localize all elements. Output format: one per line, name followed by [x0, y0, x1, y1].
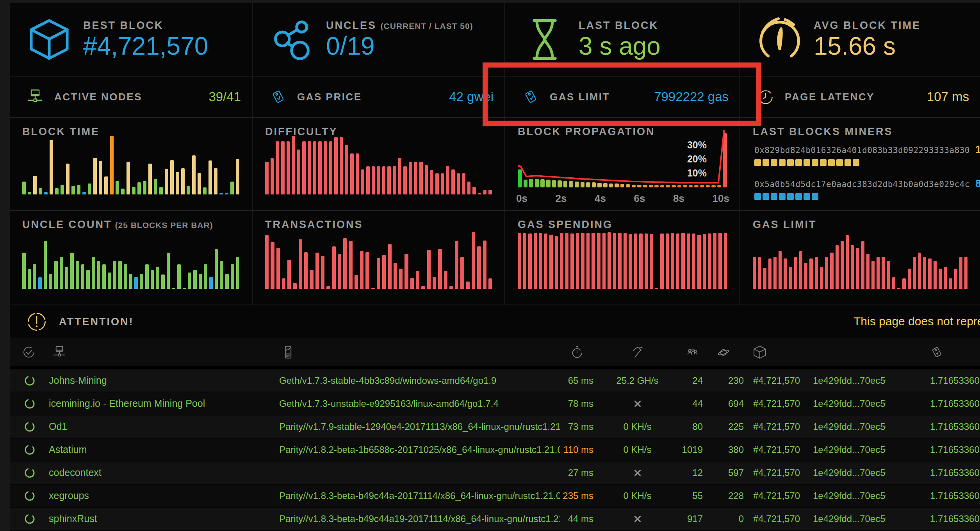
node-client: Parity//v1.8.2-beta-1b6588c-20171025/x86…	[279, 444, 560, 455]
table-row[interactable]: icemining.io - Ethereum Mining Pool Geth…	[10, 392, 980, 415]
node-last-block[interactable]: #4,721,570	[744, 490, 808, 501]
chart-bar	[609, 184, 613, 188]
chart-bar	[650, 234, 653, 289]
miner-address[interactable]: 0x829bd824b016326a401d083b33d092293333a8…	[754, 146, 970, 155]
chart-bar	[44, 192, 48, 194]
node-last-block[interactable]: #4,721,570	[744, 444, 808, 455]
miner-block-square	[828, 159, 835, 166]
chart-bar	[265, 235, 269, 289]
chart-bar	[438, 249, 442, 289]
chart-bar	[902, 278, 905, 289]
node-total-difficulty: 1.716533608	[886, 421, 980, 432]
node-status-cell[interactable]	[10, 398, 49, 410]
node-last-block[interactable]: #4,721,570	[744, 467, 808, 478]
node-name[interactable]: Astatium	[49, 444, 279, 455]
node-last-block[interactable]: #4,721,570	[744, 421, 808, 432]
node-latency: 65 ms	[560, 375, 593, 386]
pickaxe-icon[interactable]	[630, 345, 645, 360]
miner-block-square	[845, 159, 851, 166]
node-hashrate	[593, 512, 681, 526]
chart-bar	[177, 264, 181, 289]
difficulty-tag-icon[interactable]	[929, 345, 944, 360]
chart-bar	[93, 158, 97, 195]
node-name[interactable]: Johns-Mining	[49, 375, 279, 386]
chart-bar	[416, 271, 419, 289]
node-name[interactable]: xegroups	[49, 490, 279, 501]
miner-block-square	[804, 159, 810, 166]
chart-bar	[460, 257, 464, 289]
miner-address[interactable]: 0x5a0b54d5dc17e0aadc383d2db43b0a0d3e029c…	[754, 180, 970, 189]
chart-bar	[132, 187, 135, 195]
chart-bar	[318, 141, 322, 195]
node-block-hash[interactable]: 1e429fdd...70ec50a5	[808, 490, 886, 501]
chart-bar	[539, 233, 542, 289]
node-last-block[interactable]: #4,721,570	[744, 398, 808, 409]
gas-price-value: 42 gwei	[449, 89, 494, 104]
chart-bar	[794, 257, 797, 289]
gas-price-panel: GAS PRICE 42 gwei	[253, 77, 504, 117]
node-icon[interactable]	[52, 345, 67, 360]
miner-block-count: 13	[975, 144, 980, 156]
node-name[interactable]: sphinxRust	[49, 513, 279, 524]
chart-bar	[287, 141, 290, 195]
chart-bar	[60, 257, 63, 289]
node-last-block[interactable]: #4,721,570	[744, 513, 808, 524]
table-row[interactable]: Od1 Parity//v1.7.9-stable-12940e4-201711…	[10, 415, 980, 438]
table-row[interactable]: Johns-Mining Geth/v1.7.3-stable-4bb3c89d…	[10, 369, 980, 392]
node-status-cell[interactable]	[10, 375, 49, 387]
node-block-hash[interactable]: 1e429fdd...70ec50a5	[808, 467, 886, 478]
chart-bar	[110, 136, 114, 194]
block-cube-icon[interactable]	[752, 345, 767, 360]
node-block-hash[interactable]: 1e429fdd...70ec50a5	[808, 375, 886, 386]
chart-bar	[435, 173, 439, 194]
chart-bar	[488, 190, 492, 194]
node-name[interactable]: codecontext	[49, 467, 279, 478]
chart-bar	[293, 283, 296, 289]
x-tick: 8s	[673, 192, 684, 205]
chart-bar	[649, 185, 653, 187]
check-circle-icon[interactable]	[21, 345, 36, 360]
chart-bar	[928, 258, 931, 289]
active-nodes-panel: ACTIVE NODES 39/41	[10, 77, 252, 117]
node-block-hash[interactable]: 1e429fdd...70ec50a5	[808, 513, 886, 524]
chart-bar	[529, 179, 533, 187]
gas-spending-chart-title: GAS SPENDING	[518, 219, 613, 231]
block-time-chart-panel: BLOCK TIME	[10, 118, 252, 210]
node-peers: 44	[681, 398, 703, 409]
chart-bar	[39, 188, 42, 195]
table-row[interactable]: sphinxRust Parity//v1.8.3-beta-b49c44a19…	[10, 508, 980, 531]
table-row[interactable]: Astatium Parity//v1.8.2-beta-1b6588c-201…	[10, 438, 980, 462]
peers-icon[interactable]	[685, 345, 700, 360]
last-blocks-miners-title: LAST BLOCKS MINERS	[753, 126, 893, 138]
stopwatch-icon[interactable]	[570, 345, 584, 360]
node-status-cell[interactable]	[10, 513, 49, 525]
node-name[interactable]: icemining.io - Ethereum Mining Pool	[49, 398, 279, 409]
node-status-cell[interactable]	[10, 421, 49, 433]
node-status-cell[interactable]	[10, 467, 49, 479]
chart-bar	[639, 233, 643, 289]
chart-bar	[546, 180, 551, 187]
node-status-cell[interactable]	[10, 490, 49, 502]
client-monitor-icon[interactable]	[281, 345, 296, 360]
miner-blocks-squares	[754, 159, 971, 166]
node-block-hash[interactable]: 1e429fdd...70ec50a5	[808, 398, 886, 409]
planet-icon[interactable]	[716, 345, 731, 360]
chart-bar	[697, 235, 701, 289]
chart-bar	[215, 249, 218, 289]
node-status-cell[interactable]	[10, 444, 49, 456]
dashboard: BEST BLOCK #4,721,570 UNCLES (CURRENT / …	[0, 0, 980, 531]
gas-limit-label: GAS LIMIT	[550, 91, 610, 103]
node-block-hash[interactable]: 1e429fdd...70ec50a5	[808, 444, 886, 455]
chart-bar	[723, 133, 727, 188]
node-last-block[interactable]: #4,721,570	[744, 375, 808, 386]
table-row[interactable]: xegroups Parity//v1.8.3-beta-b49c44a-201…	[10, 485, 980, 508]
node-block-hash[interactable]: 1e429fdd...70ec50a5	[808, 421, 886, 432]
miner-block-square	[795, 193, 802, 200]
chart-bar	[597, 183, 602, 187]
node-latency: 27 ms	[560, 467, 593, 478]
chart-bar	[81, 264, 85, 289]
table-row[interactable]: codecontext 27 ms 12 597 #4,721,570 1e42…	[10, 462, 980, 485]
chart-bar	[220, 261, 223, 289]
chart-bar	[763, 268, 766, 289]
node-name[interactable]: Od1	[49, 421, 279, 432]
